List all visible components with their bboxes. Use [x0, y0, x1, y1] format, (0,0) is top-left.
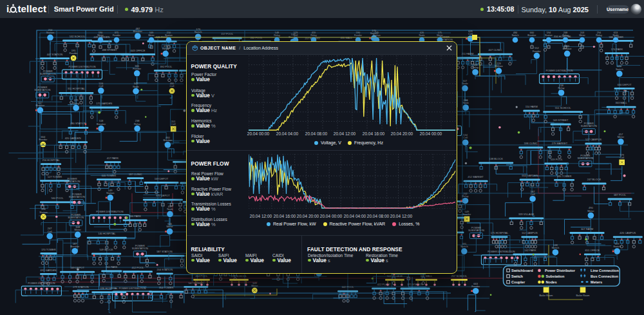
- svg-text:Station: Station: [373, 34, 381, 37]
- svg-text:SUBSTATION: SUBSTATION: [69, 195, 85, 198]
- svg-text:Node: Node: [462, 82, 468, 85]
- svg-text:279 MARKET: 279 MARKET: [552, 142, 568, 145]
- svg-text:Feeder: Feeder: [463, 213, 471, 216]
- svg-text:651 OFFICE: 651 OFFICE: [585, 249, 600, 252]
- svg-text:POWER DISTRIBUTION: POWER DISTRIBUTION: [118, 287, 146, 290]
- svg-text:SUBSTATION: SUBSTATION: [132, 247, 148, 250]
- svg-text:532 SCHOOL: 532 SCHOOL: [70, 35, 86, 38]
- svg-text:Switch: Switch: [613, 245, 621, 248]
- svg-text:Meter: Meter: [148, 34, 155, 37]
- svg-text:452 MARKET: 452 MARKET: [468, 175, 484, 178]
- svg-text:Relay: Relay: [596, 34, 602, 37]
- svg-text:Feeder: Feeder: [70, 52, 78, 55]
- svg-text:662 MALL: 662 MALL: [421, 274, 433, 278]
- svg-text:Meter: Meter: [251, 284, 258, 287]
- svg-text:198 SCHOOL: 198 SCHOOL: [231, 274, 247, 278]
- svg-text:630 DEPOT: 630 DEPOT: [618, 83, 632, 86]
- svg-text:640 TOWER: 640 TOWER: [102, 174, 117, 177]
- svg-text:Meter: Meter: [587, 209, 594, 213]
- svg-text:Node: Node: [462, 101, 469, 104]
- svg-text:Breaker: Breaker: [163, 138, 173, 142]
- svg-text:Meter: Meter: [75, 228, 82, 231]
- svg-text:257 SCHOOL: 257 SCHOOL: [451, 274, 468, 278]
- svg-text:354 TOWER: 354 TOWER: [159, 286, 174, 289]
- svg-text:Station: Station: [165, 34, 173, 37]
- svg-text:Node: Node: [167, 207, 173, 211]
- svg-text:Feeder: Feeder: [471, 285, 480, 288]
- svg-text:509 BLOCK: 509 BLOCK: [99, 248, 113, 251]
- svg-text:POWER DISTRIBUTION: POWER DISTRIBUTION: [68, 66, 95, 68]
- svg-text:417 PARK: 417 PARK: [107, 157, 119, 160]
- svg-text:SUBSTATION: SUBSTATION: [468, 229, 484, 232]
- svg-text:Meter: Meter: [618, 135, 625, 138]
- svg-text:Relay: Relay: [472, 66, 478, 69]
- svg-text:Relay: Relay: [310, 34, 317, 37]
- svg-text:Breaker: Breaker: [133, 30, 143, 33]
- svg-text:157 POOL: 157 POOL: [221, 32, 234, 35]
- svg-text:Breaker: Breaker: [97, 122, 106, 126]
- svg-text:Cell: Cell: [531, 193, 535, 196]
- svg-text:169 DEPOT: 169 DEPOT: [155, 177, 169, 180]
- svg-text:Boiler Room: Boiler Room: [576, 294, 590, 297]
- svg-text:Meter: Meter: [579, 34, 585, 37]
- svg-text:142 PARK: 142 PARK: [524, 249, 536, 252]
- svg-text:127 TOWER: 127 TOWER: [48, 175, 62, 178]
- svg-text:Node: Node: [612, 34, 618, 37]
- svg-text:636 HOSPITAL: 636 HOSPITAL: [100, 287, 118, 290]
- svg-text:Relay: Relay: [134, 122, 140, 126]
- svg-text:527 CAMPUS: 527 CAMPUS: [585, 138, 601, 141]
- svg-text:Station: Station: [545, 34, 553, 37]
- svg-text:Feeder: Feeder: [113, 34, 121, 37]
- svg-text:687 POOL: 687 POOL: [614, 193, 627, 196]
- svg-text:Relay: Relay: [462, 195, 468, 198]
- svg-text:Relay: Relay: [558, 86, 564, 90]
- svg-text:Switchboard: Switchboard: [511, 269, 533, 272]
- svg-text:371 STATION: 371 STATION: [407, 283, 423, 286]
- svg-text:370 DEPOT: 370 DEPOT: [156, 194, 170, 197]
- svg-text:Station: Station: [39, 211, 47, 214]
- svg-text:138 BLOCK: 138 BLOCK: [489, 157, 504, 160]
- svg-text:Power Distributor: Power Distributor: [545, 269, 576, 272]
- svg-text:Meter: Meter: [97, 34, 104, 37]
- svg-text:Breaker: Breaker: [35, 104, 45, 107]
- svg-text:POWER DISTRIBUTION: POWER DISTRIBUTION: [488, 251, 515, 253]
- svg-text:Relay: Relay: [274, 34, 280, 37]
- svg-text:Feeder: Feeder: [354, 34, 363, 37]
- svg-text:691 GARDEN: 691 GARDEN: [41, 269, 57, 272]
- svg-text:426 CAMPUS: 426 CAMPUS: [620, 231, 636, 234]
- svg-text:607 FARM: 607 FARM: [581, 227, 593, 231]
- svg-text:488 STREET: 488 STREET: [102, 48, 118, 52]
- svg-text:412 POOL: 412 POOL: [131, 266, 144, 269]
- svg-text:Feeder: Feeder: [533, 50, 541, 53]
- svg-text:Boiler Room: Boiler Room: [540, 294, 553, 297]
- svg-text:Cell: Cell: [463, 136, 468, 139]
- svg-text:204 STATION: 204 STATION: [157, 268, 173, 271]
- svg-text:551 SCHOOL: 551 SCHOOL: [555, 106, 571, 110]
- svg-text:Breaker: Breaker: [527, 34, 536, 37]
- svg-text:Station: Station: [495, 64, 502, 68]
- svg-text:279 STATION: 279 STATION: [73, 285, 89, 289]
- svg-text:247 BLOCK: 247 BLOCK: [587, 178, 601, 181]
- svg-text:447 STATION: 447 STATION: [47, 53, 63, 56]
- svg-text:Node: Node: [133, 85, 139, 88]
- svg-text:422 PLANT: 422 PLANT: [377, 283, 391, 286]
- svg-text:664 GARDEN: 664 GARDEN: [522, 174, 538, 177]
- svg-text:Node: Node: [419, 34, 424, 37]
- svg-text:211 FARM: 211 FARM: [462, 52, 474, 55]
- svg-text:351 HOSPITAL: 351 HOSPITAL: [68, 87, 86, 90]
- svg-text:Switch: Switch: [194, 30, 202, 33]
- svg-text:Cell: Cell: [294, 34, 298, 37]
- svg-text:150 FARM: 150 FARM: [526, 105, 538, 108]
- svg-text:Switch: Switch: [552, 246, 560, 249]
- svg-text:174 PARK: 174 PARK: [611, 48, 623, 51]
- svg-text:Meters: Meters: [591, 280, 602, 284]
- svg-text:587 STATION: 587 STATION: [156, 250, 173, 253]
- svg-text:Cell: Cell: [620, 156, 624, 159]
- svg-text:Coupler: Coupler: [511, 280, 526, 284]
- svg-text:Breaker: Breaker: [70, 245, 80, 248]
- svg-text:Switch: Switch: [460, 245, 468, 248]
- svg-text:Substation: Substation: [546, 274, 565, 278]
- svg-text:140 HOSPITAL: 140 HOSPITAL: [98, 232, 116, 235]
- svg-text:431 MALL: 431 MALL: [341, 36, 353, 39]
- svg-text:560 POOL: 560 POOL: [52, 196, 64, 200]
